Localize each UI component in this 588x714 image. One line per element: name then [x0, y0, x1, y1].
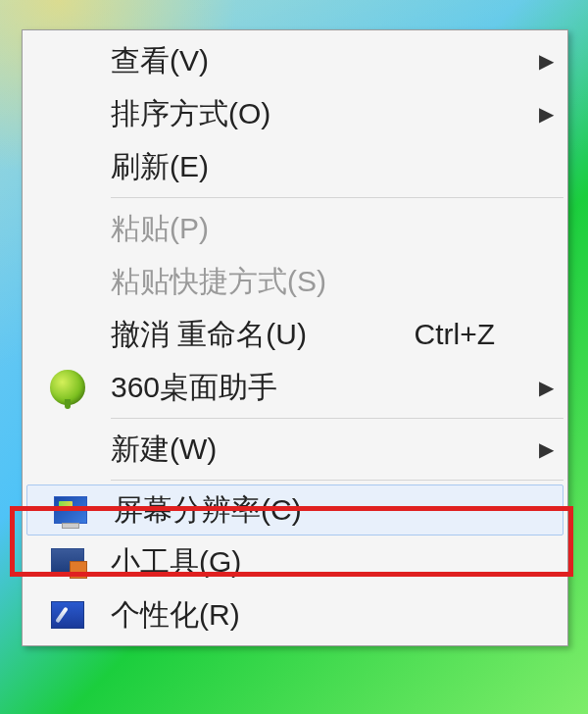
menu-separator [111, 480, 564, 481]
submenu-arrow-icon: ▶ [534, 437, 558, 461]
submenu-arrow-icon: ▶ [534, 376, 558, 399]
menu-item-screen-resolution[interactable]: 屏幕分辨率(C) [26, 484, 564, 536]
menu-item-view[interactable]: 查看(V) ▶ [24, 34, 565, 87]
menu-label: 粘贴快捷方式(S) [111, 262, 534, 302]
menu-label: 排序方式(O) [111, 94, 534, 134]
menu-shortcut: Ctrl+Z [415, 318, 496, 351]
submenu-arrow-icon: ▶ [534, 49, 558, 73]
gadget-icon [24, 548, 111, 576]
menu-label: 新建(W) [111, 430, 534, 470]
menu-separator [111, 197, 564, 198]
menu-item-personalize[interactable]: 个性化(R) [24, 588, 565, 641]
menu-label: 查看(V) [111, 41, 534, 81]
menu-item-new[interactable]: 新建(W) ▶ [24, 423, 565, 476]
menu-label: 360桌面助手 [111, 368, 534, 408]
menu-label: 屏幕分辨率(C) [114, 490, 531, 531]
menu-item-sort[interactable]: 排序方式(O) ▶ [24, 87, 565, 140]
menu-item-paste: 粘贴(P) [24, 202, 565, 255]
menu-item-paste-shortcut: 粘贴快捷方式(S) [24, 255, 565, 308]
menu-item-undo-rename[interactable]: 撤消 重命名(U) Ctrl+Z [24, 308, 565, 361]
360-icon [24, 370, 111, 405]
menu-label: 撤消 重命名(U) [111, 315, 415, 355]
menu-label: 刷新(E) [111, 147, 534, 187]
menu-label: 粘贴(P) [111, 209, 534, 249]
submenu-arrow-icon: ▶ [534, 102, 558, 126]
menu-item-360-assistant[interactable]: 360桌面助手 ▶ [24, 361, 565, 414]
monitor-icon [27, 496, 114, 524]
menu-label: 小工具(G) [111, 542, 534, 583]
menu-item-gadgets[interactable]: 小工具(G) [24, 536, 565, 588]
personalize-icon [24, 601, 111, 629]
desktop-context-menu: 查看(V) ▶ 排序方式(O) ▶ 刷新(E) 粘贴(P) 粘贴快捷方式(S) … [22, 29, 568, 646]
menu-separator [111, 418, 564, 419]
menu-label: 个性化(R) [111, 595, 534, 636]
menu-item-refresh[interactable]: 刷新(E) [24, 140, 565, 193]
